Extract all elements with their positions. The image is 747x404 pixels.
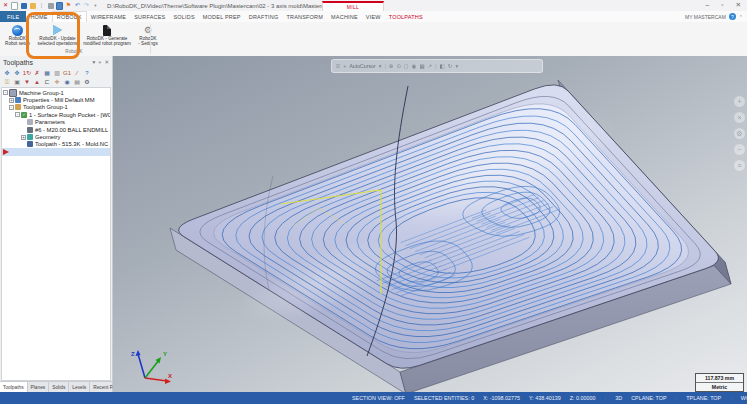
tab-file[interactable]: FILE bbox=[0, 11, 26, 22]
mode-toggle[interactable]: 3D bbox=[615, 395, 622, 401]
refresh-icon[interactable]: ↻ bbox=[448, 63, 453, 69]
select-dirty-operations-icon[interactable]: ✥ bbox=[12, 69, 22, 77]
swatch-icon[interactable]: ◧ bbox=[440, 63, 445, 69]
cplane-selector[interactable]: CPLANE: TOP bbox=[631, 395, 666, 401]
restore-button[interactable]: ▫ bbox=[721, 1, 723, 9]
flag-icon[interactable]: ⚑ bbox=[65, 2, 72, 9]
grid-snap-icon[interactable]: ⊕ bbox=[389, 63, 394, 69]
point-snap-icon[interactable]: ⊙ bbox=[396, 63, 401, 69]
panel-menu-icon[interactable]: ▾ bbox=[93, 59, 96, 65]
tab-drafting[interactable]: DRAFTING bbox=[245, 11, 283, 22]
new-file-icon[interactable] bbox=[11, 2, 18, 9]
tab-solids[interactable]: SOLIDS bbox=[169, 11, 198, 22]
tab-wireframe[interactable]: WIREFRAME bbox=[87, 11, 130, 22]
tab-model-prep[interactable]: MODEL PREP bbox=[199, 11, 245, 22]
move-insert-down-icon[interactable]: ▼ bbox=[22, 78, 32, 86]
close-button[interactable]: ✕ bbox=[736, 1, 741, 9]
my-mastercam-label[interactable]: MY MASTERCAM bbox=[685, 14, 726, 20]
tab-robodk[interactable]: ROBODK bbox=[52, 11, 87, 22]
tree-row[interactable]: Toolpath - 515.3K - Mold.NC - Program... bbox=[2, 141, 110, 148]
help-icon[interactable]: ? bbox=[82, 69, 92, 77]
menu-icon[interactable]: ≡ bbox=[734, 160, 745, 171]
tab-home[interactable]: HOME bbox=[26, 11, 51, 22]
tree-row[interactable]: + Geometry bbox=[2, 133, 110, 140]
tab-surfaces[interactable]: SURFACES bbox=[130, 11, 169, 22]
toggle-post-icon[interactable]: ▤ bbox=[72, 78, 82, 86]
collapse-ribbon-icon[interactable]: ⌃ bbox=[739, 14, 743, 20]
redo-icon[interactable]: ↷ bbox=[83, 2, 90, 9]
lock-icon[interactable]: ⚿ bbox=[336, 63, 340, 70]
select-all-operations-icon[interactable]: ✥ bbox=[2, 69, 12, 77]
tab-solids-panel[interactable]: Solids bbox=[49, 382, 69, 392]
tplane-selector[interactable]: TPLANE: TOP bbox=[686, 395, 721, 401]
options-icon[interactable]: ⚙ bbox=[82, 78, 92, 86]
dropdown-icon[interactable]: ▾ bbox=[379, 63, 382, 69]
center-snap-icon[interactable]: ◉ bbox=[412, 63, 417, 69]
settings-icon[interactable]: ⚙ bbox=[734, 128, 745, 139]
add-icon[interactable]: + bbox=[734, 96, 745, 107]
tree-row[interactable]: - ✓ 1 - Surface Rough Pocket - [WCS: Top… bbox=[2, 111, 110, 118]
robodk-settings-button[interactable]: ⚙ RoboDK - Settings bbox=[132, 23, 164, 49]
print-icon[interactable] bbox=[47, 2, 54, 9]
toggle-display-icon[interactable]: ▣ bbox=[12, 78, 22, 86]
autocursor-label[interactable]: AutoCursor bbox=[349, 63, 375, 69]
tab-machine[interactable]: MACHINE bbox=[327, 11, 362, 22]
tree-row[interactable]: - Toolpath Group-1 bbox=[2, 104, 110, 111]
tab-toolpaths[interactable]: TOOLPATHS bbox=[385, 11, 427, 22]
verify-icon[interactable]: ▥ bbox=[52, 69, 62, 77]
wcs-selector[interactable]: WCS: TOP bbox=[741, 395, 747, 401]
simulate-icon[interactable]: G1 bbox=[62, 69, 72, 77]
x-coordinate[interactable]: X: -1098.02775 bbox=[483, 395, 520, 401]
toolpaths-manager-panel: Toolpaths ▾ ⌖ ✕ ✥ ✥ 1↻ ✗ ▦ ▥ G1 ∕ ? ⚿ ▣ … bbox=[0, 56, 113, 392]
robodk-update-operations-button[interactable]: RoboDK - Update selected operations bbox=[33, 23, 82, 49]
dropdown-icon[interactable]: ▾ bbox=[455, 63, 458, 69]
y-coordinate[interactable]: Y: 438.40139 bbox=[529, 395, 561, 401]
intersect-snap-icon[interactable]: ▦ bbox=[419, 63, 424, 69]
tab-toolpaths-panel[interactable]: Toolpaths bbox=[0, 382, 28, 392]
lock-icon[interactable]: ⚿ bbox=[2, 78, 12, 86]
customize-dropdown-icon[interactable]: ▾ bbox=[92, 2, 99, 9]
tree-row[interactable]: - Machine Group-1 bbox=[2, 89, 110, 96]
expander-expand-icon[interactable]: + bbox=[21, 135, 26, 140]
insert-arrow-icon[interactable]: ✛ bbox=[52, 78, 62, 86]
midpoint-snap-icon[interactable]: ◻ bbox=[404, 63, 409, 69]
panel-pin-icon[interactable]: ⌖ bbox=[98, 59, 101, 66]
viewport-overlay-toolbar[interactable]: ⚿ + AutoCursor ▾ | ⊕ ⊙ ◻ ◉ ▦ ↗ | ◧ ↻ ▾ bbox=[331, 59, 543, 73]
minimize-button[interactable]: – bbox=[706, 1, 710, 9]
tree-row[interactable]: #6 - M20.00 BALL ENDMILL - BALL-NOS... bbox=[2, 126, 110, 133]
expander-collapse-icon[interactable]: - bbox=[9, 105, 14, 110]
cut-icon[interactable]: × bbox=[734, 112, 745, 123]
save-all-icon[interactable] bbox=[56, 2, 63, 9]
angle-snap-icon[interactable]: ↗ bbox=[428, 63, 433, 69]
undo-icon[interactable]: ↶ bbox=[74, 2, 81, 9]
curve-icon[interactable]: ~ bbox=[734, 144, 745, 155]
backplot-icon[interactable]: ▦ bbox=[42, 69, 52, 77]
robodk-generate-program-button[interactable]: RoboDK - Generate modified robot program bbox=[82, 23, 132, 49]
tree-row[interactable]: Parameters bbox=[2, 119, 110, 126]
tab-planes-panel[interactable]: Planes bbox=[28, 382, 50, 392]
robodk-robot-setup-button[interactable]: RoboDK Robot setup bbox=[2, 23, 33, 49]
z-coordinate[interactable]: Z: 0.00000 bbox=[570, 395, 596, 401]
tree-row[interactable]: + Properties - Mill Default MM bbox=[2, 96, 110, 103]
svg-text:Y: Y bbox=[163, 351, 167, 357]
insert-position-row[interactable] bbox=[2, 148, 110, 155]
tab-view[interactable]: VIEW bbox=[362, 11, 385, 22]
quick-access-toolbar: ✕ | ⚑ ↶ ↷ ▾ bbox=[0, 2, 99, 9]
section-view-status[interactable]: SECTION VIEW: OFF bbox=[352, 395, 405, 401]
regen-dirty-icon[interactable]: ✗ bbox=[32, 69, 42, 77]
panel-close-icon[interactable]: ✕ bbox=[104, 59, 109, 65]
tab-levels-panel[interactable]: Levels bbox=[69, 382, 90, 392]
scroll-insert-icon[interactable]: ⊏ bbox=[42, 78, 52, 86]
expander-collapse-icon[interactable]: - bbox=[3, 90, 8, 95]
expander-collapse-icon[interactable]: - bbox=[15, 112, 20, 117]
graphics-viewport[interactable]: ⚿ + AutoCursor ▾ | ⊕ ⊙ ◻ ◉ ▦ ↗ | ◧ ↻ ▾ +… bbox=[113, 56, 747, 392]
save-icon[interactable] bbox=[20, 2, 27, 9]
open-icon[interactable] bbox=[29, 2, 36, 9]
move-insert-up-icon[interactable]: ▲ bbox=[32, 78, 42, 86]
display-options-icon[interactable]: ◉ bbox=[62, 78, 72, 86]
help-icon[interactable]: ? bbox=[729, 13, 736, 20]
edit-icon[interactable]: ∕ bbox=[72, 69, 82, 77]
expander-expand-icon[interactable]: + bbox=[9, 98, 14, 103]
tab-transform[interactable]: TRANSFORM bbox=[282, 11, 327, 22]
regen-all-icon[interactable]: 1↻ bbox=[22, 69, 32, 77]
